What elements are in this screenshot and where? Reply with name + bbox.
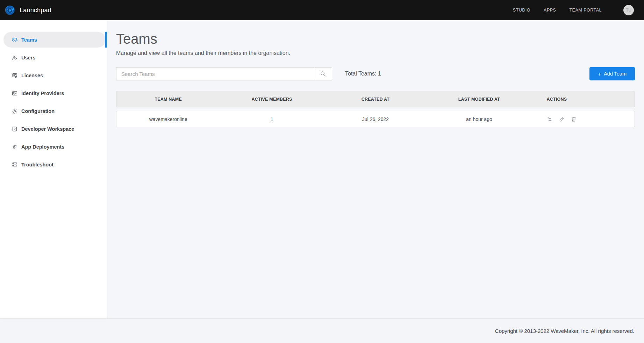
sidebar-item-label: App Deployments xyxy=(21,144,64,150)
sidebar-item-label: Teams xyxy=(21,37,37,43)
actions-cell xyxy=(531,116,635,122)
copyright-text: Copyright © 2013-2022 WaveMaker, Inc. Al… xyxy=(495,328,634,334)
sidebar-item-app-deployments[interactable]: App Deployments xyxy=(3,139,106,155)
launchpad-app: Launchpad STUDIO APPS TEAM PORTAL TU Tea… xyxy=(0,0,644,343)
created-at-cell: Jul 26, 2022 xyxy=(324,116,427,122)
column-header-active-members: ACTIVE MEMBERS xyxy=(220,97,323,102)
sidebar-item-users[interactable]: Users xyxy=(3,50,106,65)
toolbar: Total Teams: 1 + Add Team xyxy=(116,67,635,80)
search-icon xyxy=(320,70,327,77)
last-modified-at-cell: an hour ago xyxy=(427,116,531,122)
top-nav: STUDIO APPS TEAM PORTAL TU xyxy=(513,5,634,15)
table-row[interactable]: wavemakeronline 1 Jul 26, 2022 an hour a… xyxy=(116,111,635,127)
add-team-button[interactable]: + Add Team xyxy=(589,67,635,80)
sidebar-item-configuration[interactable]: Configuration xyxy=(3,103,106,119)
sidebar-item-label: Users xyxy=(21,55,35,60)
page-subtitle: Manage and view all the teams and their … xyxy=(116,50,635,56)
sidebar-item-label: Developer Workspace xyxy=(21,126,74,132)
delete-icon[interactable] xyxy=(571,116,577,122)
total-teams-label: Total Teams: 1 xyxy=(345,71,381,77)
sidebar-item-licenses[interactable]: Licenses xyxy=(3,67,106,83)
column-header-actions: ACTIONS xyxy=(531,97,635,102)
sidebar-item-developer-workspace[interactable]: Developer Workspace xyxy=(3,121,106,137)
brand-title: Launchpad xyxy=(20,7,51,14)
sidebar-item-label: Configuration xyxy=(21,108,55,114)
search-button[interactable] xyxy=(314,67,332,80)
page-title: Teams xyxy=(116,31,635,47)
search-box xyxy=(116,67,332,80)
brand[interactable]: Launchpad xyxy=(5,5,51,15)
sidebar-item-label: Troubleshoot xyxy=(21,162,53,167)
nav-studio[interactable]: STUDIO xyxy=(513,8,530,13)
sidebar: Teams Users Licenses xyxy=(0,20,107,319)
configuration-icon xyxy=(12,108,18,114)
sidebar-item-teams[interactable]: Teams xyxy=(3,32,106,48)
user-avatar[interactable]: TU xyxy=(623,5,634,15)
wavemaker-logo-icon xyxy=(5,5,15,15)
sidebar-item-identity-providers[interactable]: Identity Providers xyxy=(3,85,106,101)
column-header-last-modified-at: LAST MODIFIED AT xyxy=(427,97,531,102)
licenses-icon xyxy=(12,72,18,79)
body: Teams Users Licenses xyxy=(0,20,644,319)
team-name-cell: wavemakeronline xyxy=(116,116,220,122)
search-input[interactable] xyxy=(116,67,314,80)
footer: Copyright © 2013-2022 WaveMaker, Inc. Al… xyxy=(0,319,644,343)
column-header-created-at: CREATED AT xyxy=(324,97,427,102)
troubleshoot-icon xyxy=(12,162,18,168)
app-deployments-icon xyxy=(12,144,18,150)
users-icon xyxy=(12,55,18,61)
sidebar-item-label: Licenses xyxy=(21,73,43,78)
main-content: Teams Manage and view all the teams and … xyxy=(107,20,644,319)
table-header-row: TEAM NAME ACTIVE MEMBERS CREATED AT LAST… xyxy=(116,91,635,107)
nav-team-portal[interactable]: TEAM PORTAL xyxy=(569,8,602,13)
column-header-team-name: TEAM NAME xyxy=(116,97,220,102)
identity-providers-icon xyxy=(12,90,18,97)
sidebar-item-troubleshoot[interactable]: Troubleshoot xyxy=(3,157,106,172)
top-bar: Launchpad STUDIO APPS TEAM PORTAL TU xyxy=(0,0,644,20)
developer-workspace-icon xyxy=(12,126,18,132)
nav-apps[interactable]: APPS xyxy=(544,8,556,13)
edit-icon[interactable] xyxy=(559,116,565,122)
add-member-icon[interactable] xyxy=(547,116,553,122)
teams-icon xyxy=(12,37,18,43)
add-team-label: Add Team xyxy=(604,71,627,77)
plus-icon: + xyxy=(598,71,601,77)
teams-table: TEAM NAME ACTIVE MEMBERS CREATED AT LAST… xyxy=(116,91,635,127)
active-members-cell: 1 xyxy=(220,116,323,122)
sidebar-item-label: Identity Providers xyxy=(21,91,64,96)
